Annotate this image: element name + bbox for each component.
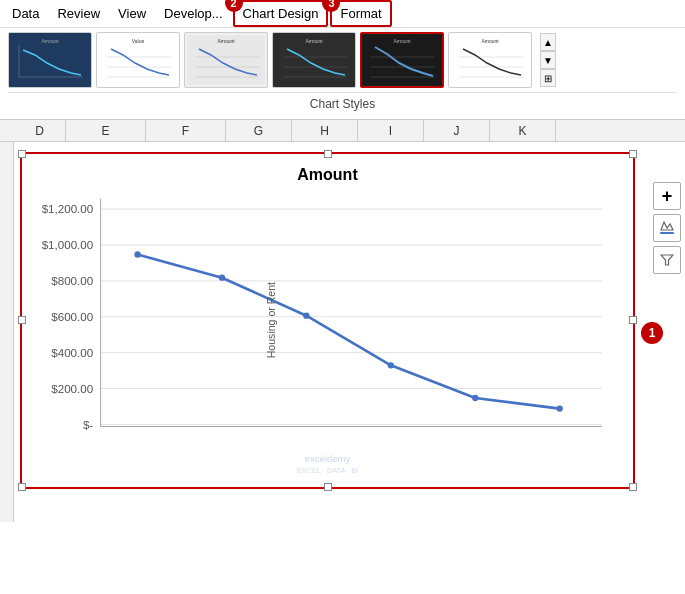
svg-text:$1,200.00: $1,200.00 [42, 202, 94, 215]
handle-top-left[interactable] [18, 150, 26, 158]
row-header-strip [0, 142, 14, 522]
scroll-more-arrow[interactable]: ⊞ [540, 69, 556, 87]
svg-text:$200.00: $200.00 [51, 382, 93, 395]
svg-text:Amount: Amount [305, 38, 323, 44]
scroll-up-arrow[interactable]: ▲ [540, 33, 556, 51]
chart-styles-section: Amount Value [0, 28, 685, 119]
svg-point-45 [134, 251, 140, 257]
menu-review[interactable]: Review [49, 2, 108, 25]
col-G: G [226, 120, 292, 141]
svg-text:Housing or Rent: Housing or Rent [265, 282, 277, 358]
handle-bottom-left[interactable] [18, 483, 26, 491]
handle-left-center[interactable] [18, 316, 26, 324]
style-thumb-6[interactable]: Amount [448, 32, 532, 88]
chart-svg-container: $1,200.00 $1,000.00 $800.00 $600.00 $400… [22, 188, 633, 487]
svg-point-50 [557, 405, 563, 411]
svg-point-46 [219, 275, 225, 281]
handle-top-right[interactable] [629, 150, 637, 158]
svg-marker-61 [661, 255, 673, 265]
column-headers: D E F G H I J K [0, 120, 685, 142]
menu-chart-design[interactable]: Chart Design [233, 0, 329, 27]
chart-filter-button[interactable] [653, 246, 681, 274]
svg-point-47 [303, 313, 309, 319]
chart-title: Amount [22, 154, 633, 188]
main-content: Amount $1,200.00 $1,000.00 $800.00 $600.… [0, 142, 685, 522]
svg-text:Amount: Amount [217, 38, 235, 44]
scroll-arrows: ▲ ▼ ⊞ [540, 33, 556, 87]
style-thumb-2[interactable]: Value [96, 32, 180, 88]
svg-text:$1,000.00: $1,000.00 [42, 238, 94, 251]
svg-text:EXCEL · DATA · BI: EXCEL · DATA · BI [297, 466, 358, 475]
handle-right-center[interactable] [629, 316, 637, 324]
ribbon: Data Review View Develop... 2 Chart Desi… [0, 0, 685, 120]
svg-rect-60 [660, 232, 674, 234]
col-J: J [424, 120, 490, 141]
svg-text:$600.00: $600.00 [51, 310, 93, 323]
handle-bottom-right[interactable] [629, 483, 637, 491]
chart-border[interactable]: Amount $1,200.00 $1,000.00 $800.00 $600.… [20, 152, 635, 489]
style-thumb-1[interactable]: Amount [8, 32, 92, 88]
svg-text:Amount: Amount [41, 38, 59, 44]
svg-text:$800.00: $800.00 [51, 274, 93, 287]
handle-top-center[interactable] [324, 150, 332, 158]
svg-text:$-: $- [83, 418, 93, 431]
chart-style-button[interactable] [653, 214, 681, 242]
spreadsheet-area: D E F G H I J K Amount [0, 120, 685, 522]
style-thumb-3[interactable]: Amount [184, 32, 268, 88]
chart-styles-label: Chart Styles [8, 92, 677, 115]
svg-text:Value: Value [132, 38, 145, 44]
svg-text:Amount: Amount [393, 38, 411, 44]
col-H: H [292, 120, 358, 141]
menu-view[interactable]: View [110, 2, 154, 25]
chart-action-buttons: + [653, 182, 681, 274]
chart-svg: $1,200.00 $1,000.00 $800.00 $600.00 $400… [32, 188, 623, 484]
col-D: D [14, 120, 66, 141]
badge-1: 1 [641, 322, 663, 344]
col-I: I [358, 120, 424, 141]
chart-container-outer: Amount $1,200.00 $1,000.00 $800.00 $600.… [14, 142, 685, 522]
handle-bottom-center[interactable] [324, 483, 332, 491]
styles-row: Amount Value [8, 32, 677, 88]
style-thumb-5[interactable]: Amount [360, 32, 444, 88]
svg-text:Amount: Amount [481, 38, 499, 44]
col-F: F [146, 120, 226, 141]
menu-bar: Data Review View Develop... 2 Chart Desi… [0, 0, 685, 28]
menu-develop[interactable]: Develop... [156, 2, 231, 25]
chart-add-button[interactable]: + [653, 182, 681, 210]
scroll-down-arrow[interactable]: ▼ [540, 51, 556, 69]
col-K: K [490, 120, 556, 141]
svg-point-49 [472, 395, 478, 401]
svg-text:exceldemy: exceldemy [305, 453, 351, 464]
svg-point-48 [388, 362, 394, 368]
style-thumb-4[interactable]: Amount [272, 32, 356, 88]
svg-text:$400.00: $400.00 [51, 346, 93, 359]
menu-data[interactable]: Data [4, 2, 47, 25]
col-E: E [66, 120, 146, 141]
